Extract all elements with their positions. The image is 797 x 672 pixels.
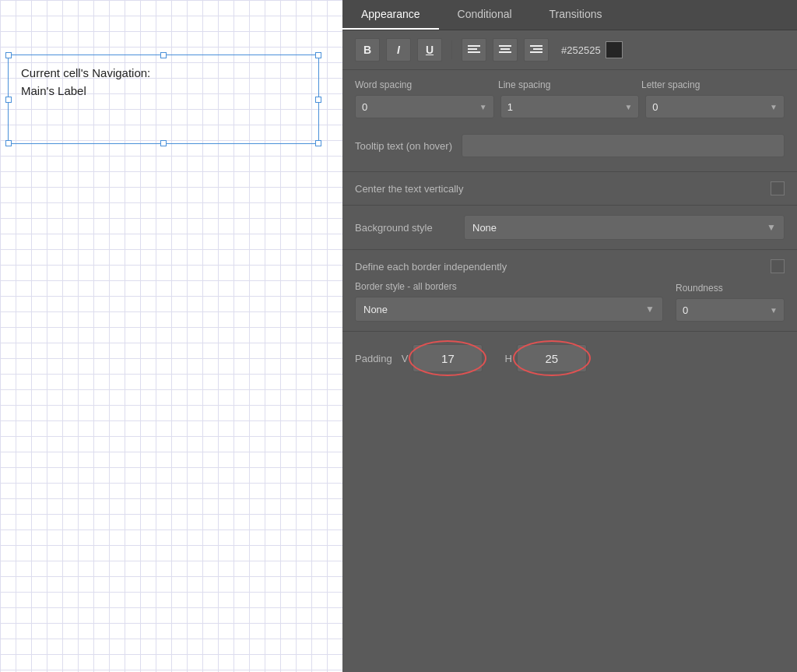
padding-h-value: 25 (545, 352, 558, 365)
right-panel: Appearance Conditional Transitions B I U (342, 0, 797, 672)
border-section: Define each border independently Border … (342, 249, 797, 331)
color-swatch[interactable] (606, 41, 623, 58)
toolbar-separator-1 (451, 40, 452, 59)
line-spacing-label: Line spacing (498, 79, 641, 90)
bg-style-row: Background style None ▼ (342, 205, 797, 249)
padding-v-group: V 17 (402, 344, 483, 372)
padding-v-value: 17 (441, 352, 455, 365)
spacing-section: Word spacing Line spacing Letter spacing… (342, 70, 797, 125)
svg-rect-4 (500, 48, 510, 50)
tooltip-input[interactable] (462, 134, 785, 157)
tabs-bar: Appearance Conditional Transitions (342, 0, 797, 30)
svg-rect-0 (468, 45, 480, 47)
define-border-row: Define each border independently (355, 259, 785, 273)
align-left-button[interactable] (462, 38, 486, 62)
svg-rect-8 (530, 51, 542, 53)
svg-rect-3 (499, 45, 511, 47)
padding-label: Padding (355, 353, 392, 364)
line-spacing-value: 1 (507, 101, 625, 113)
padding-h-group: H 25 (504, 344, 586, 372)
word-spacing-label: Word spacing (355, 79, 498, 90)
color-display: #252525 (561, 41, 623, 58)
bg-style-dropdown[interactable]: None ▼ (464, 215, 785, 240)
bg-style-label: Background style (355, 222, 464, 234)
border-style-arrow: ▼ (645, 304, 655, 315)
tab-transitions[interactable]: Transitions (531, 0, 621, 30)
border-style-value: None (363, 304, 645, 315)
word-spacing-value: 0 (362, 101, 479, 113)
letter-spacing-value: 0 (652, 101, 770, 113)
underline-button[interactable]: U (417, 38, 442, 62)
align-right-button[interactable] (524, 38, 549, 62)
color-hex-value: #252525 (561, 44, 601, 56)
define-border-checkbox[interactable] (771, 259, 785, 273)
spacing-labels: Word spacing Line spacing Letter spacing (355, 79, 785, 90)
line-spacing-arrow: ▼ (624, 103, 632, 111)
tab-appearance[interactable]: Appearance (342, 0, 439, 30)
bold-button[interactable]: B (355, 38, 380, 62)
padding-v-input[interactable]: 17 (413, 344, 483, 372)
bg-style-arrow: ▼ (767, 222, 776, 233)
canvas-text-content: Current cell's Navigation: Main's Label (9, 55, 318, 143)
border-style-label: Border style - all borders (355, 281, 663, 292)
text-element[interactable]: Current cell's Navigation: Main's Label (8, 55, 319, 144)
tooltip-row: Tooltip text (on hover) (355, 134, 785, 157)
canvas-area: Current cell's Navigation: Main's Label (0, 0, 342, 672)
roundness-control[interactable]: 0 ▼ (676, 298, 785, 322)
svg-rect-7 (533, 48, 542, 50)
center-text-row: Center the text vertically (342, 171, 797, 205)
svg-rect-1 (468, 48, 477, 50)
padding-v-wrapper: 17 (413, 344, 483, 372)
tooltip-section: Tooltip text (on hover) (342, 125, 797, 171)
border-style-dropdown[interactable]: None ▼ (355, 297, 663, 322)
tab-conditional[interactable]: Conditional (439, 0, 531, 30)
define-border-label: Define each border independently (355, 261, 771, 273)
roundness-value: 0 (683, 304, 770, 316)
letter-spacing-arrow: ▼ (770, 103, 778, 111)
italic-button[interactable]: I (386, 38, 411, 62)
roundness-label: Roundness (676, 283, 785, 294)
word-spacing-control[interactable]: 0 ▼ (355, 95, 494, 118)
center-text-label: Center the text vertically (355, 183, 771, 195)
spacing-controls: 0 ▼ 1 ▼ 0 ▼ (355, 95, 785, 118)
align-center-button[interactable] (493, 38, 518, 62)
letter-spacing-control[interactable]: 0 ▼ (645, 95, 785, 118)
svg-rect-6 (530, 45, 542, 47)
line-spacing-control[interactable]: 1 ▼ (500, 95, 640, 118)
padding-h-input[interactable]: 25 (517, 344, 587, 372)
padding-v-label: V (402, 353, 409, 364)
tooltip-label: Tooltip text (on hover) (355, 140, 452, 152)
svg-rect-5 (499, 51, 511, 53)
bg-style-value: None (472, 222, 767, 234)
toolbar-row: B I U #252525 (342, 30, 797, 70)
padding-h-label: H (504, 353, 511, 364)
padding-section: Padding V 17 H 25 (342, 331, 797, 385)
center-text-checkbox[interactable] (771, 181, 785, 195)
padding-h-wrapper: 25 (517, 344, 587, 372)
roundness-arrow: ▼ (770, 306, 778, 315)
word-spacing-arrow: ▼ (479, 103, 487, 111)
letter-spacing-label: Letter spacing (641, 79, 785, 90)
svg-rect-2 (468, 51, 480, 53)
